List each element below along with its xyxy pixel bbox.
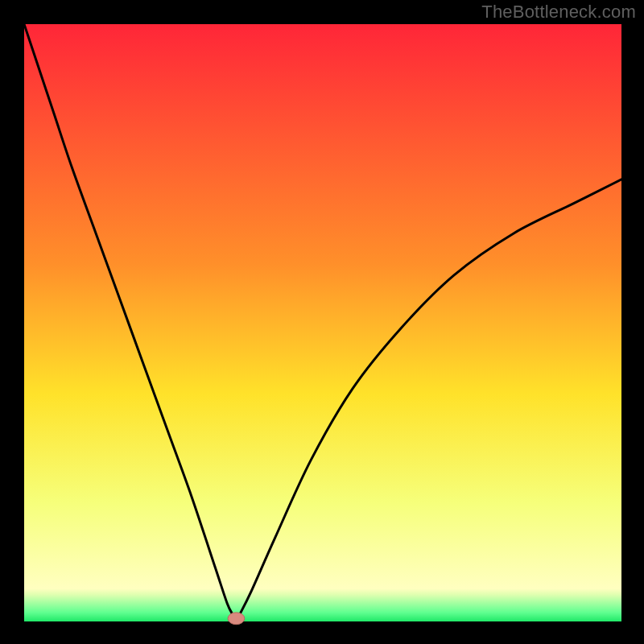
bottleneck-chart <box>0 0 644 644</box>
watermark-text: TheBottleneck.com <box>481 2 636 23</box>
chart-frame: TheBottleneck.com <box>0 0 644 644</box>
optimal-point-marker <box>228 613 245 625</box>
plot-area <box>24 24 621 621</box>
